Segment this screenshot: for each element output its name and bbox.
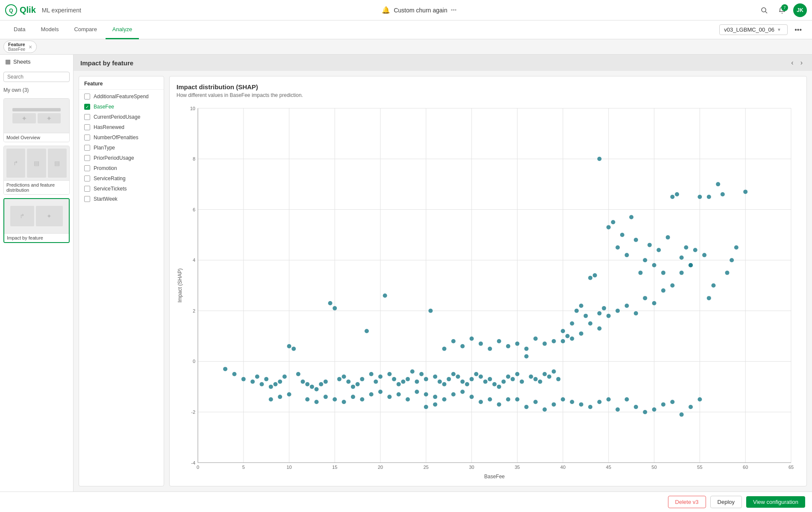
- scatter-dot: [497, 402, 501, 407]
- feature-item-promotion[interactable]: Promotion: [79, 163, 164, 173]
- scatter-dot: [282, 374, 287, 379]
- sheet-card-model-overview[interactable]: ✦ ✦ Model Overview: [3, 98, 70, 142]
- scatter-dot: [561, 339, 565, 343]
- scatter-dot: [620, 233, 624, 237]
- scatter-dot: [342, 374, 346, 379]
- scatter-dot: [360, 377, 364, 381]
- scatter-dot: [602, 306, 606, 310]
- model-select-dropdown[interactable]: v03_LGBMC_00_06 ▼: [719, 24, 788, 35]
- bottom-bar: Delete v3 Deploy View configuration: [0, 492, 812, 512]
- svg-text:5: 5: [242, 465, 245, 470]
- sidebar-search-input[interactable]: [3, 72, 70, 82]
- scatter-dot: [684, 246, 688, 250]
- scatter-dot: [524, 405, 529, 409]
- scatter-dot: [606, 314, 611, 318]
- feature-item-basefee[interactable]: ✓BaseFee: [79, 102, 164, 112]
- scatter-dot: [397, 382, 401, 386]
- scatter-dot: [351, 385, 355, 389]
- avatar[interactable]: JK: [793, 3, 807, 17]
- svg-text:50: 50: [652, 465, 657, 470]
- sheets-button[interactable]: ▦ Sheets: [0, 55, 73, 68]
- feature-checkbox: [84, 94, 90, 99]
- sheet-preview-predictions: ↱ ▤ ▤: [4, 146, 69, 180]
- impact-header: Impact by feature ‹ ›: [74, 55, 812, 71]
- feature-item-additionalfeaturespend[interactable]: AdditionalFeatureSpend: [79, 91, 164, 102]
- view-config-button[interactable]: View configuration: [746, 496, 805, 508]
- feature-checkbox: [84, 196, 90, 202]
- scatter-dot: [570, 321, 574, 325]
- sheet-card-impact[interactable]: ↱ ✦ Impact by feature: [3, 198, 70, 243]
- feature-item-currentperiodusage[interactable]: CurrentPeriodUsage: [79, 112, 164, 122]
- delete-button[interactable]: Delete v3: [668, 496, 706, 508]
- scatter-dot: [332, 397, 337, 401]
- scatter-dot: [264, 377, 268, 381]
- inner-content: Feature AdditionalFeatureSpend✓BaseFeeCu…: [74, 71, 812, 492]
- feature-item-numberofpenalties[interactable]: NumberOfPenalties: [79, 132, 164, 143]
- scatter-dot: [515, 397, 519, 401]
- scatter-dot: [652, 263, 656, 267]
- tab-analyze[interactable]: Analyze: [106, 20, 139, 39]
- feature-item-priorperiodusage[interactable]: PriorPeriodUsage: [79, 153, 164, 163]
- svg-text:-4: -4: [191, 460, 195, 465]
- tab-compare[interactable]: Compare: [67, 20, 103, 39]
- scatter-dot: [661, 271, 665, 275]
- feature-label: CurrentPeriodUsage: [94, 114, 140, 120]
- scatter-dot: [378, 374, 382, 379]
- navtabs: Data Models Compare Analyze v03_LGBMC_00…: [0, 20, 812, 39]
- scatter-dot: [524, 354, 529, 359]
- scatter-dot: [533, 400, 538, 404]
- more-options-icon[interactable]: •••: [451, 7, 457, 13]
- scatter-dot: [342, 400, 346, 404]
- notification-button[interactable]: 7: [775, 3, 789, 17]
- svg-text:Impact (SHAP): Impact (SHAP): [177, 268, 183, 302]
- search-button[interactable]: [757, 3, 771, 17]
- scatter-dot: [479, 342, 483, 346]
- scatter-dot: [269, 385, 273, 389]
- scatter-dot: [460, 390, 465, 394]
- scatter-dot: [250, 380, 255, 384]
- scatter-dot: [625, 304, 629, 308]
- feature-label: AdditionalFeatureSpend: [94, 94, 149, 99]
- scatter-dot: [488, 397, 492, 401]
- nav-prev-button[interactable]: ‹: [788, 58, 796, 67]
- feature-label: HasRenewed: [94, 124, 124, 130]
- scatter-dot: [460, 380, 465, 384]
- sheet-card-predictions[interactable]: ↱ ▤ ▤ Predictions and feature distributi…: [3, 146, 70, 195]
- scatter-dot: [629, 215, 633, 219]
- feature-item-servicetickets[interactable]: ServiceTickets: [79, 184, 164, 194]
- scatter-dot: [707, 296, 711, 300]
- scatter-dot: [606, 225, 611, 229]
- scatter-dot: [611, 220, 615, 224]
- tab-data[interactable]: Data: [7, 20, 32, 39]
- scatter-dot: [584, 314, 588, 318]
- scatter-dot: [652, 301, 656, 305]
- model-more-button[interactable]: •••: [791, 24, 805, 35]
- qlik-logo-icon: Q: [5, 4, 17, 16]
- scatter-dot: [643, 296, 647, 300]
- nav-next-button[interactable]: ›: [798, 58, 805, 67]
- svg-text:35: 35: [515, 465, 520, 470]
- deploy-button[interactable]: Deploy: [710, 496, 742, 508]
- svg-text:4: 4: [193, 257, 195, 263]
- feature-label: BaseFee: [94, 104, 114, 110]
- scatter-dot: [670, 195, 674, 199]
- scatter-dot: [291, 347, 296, 351]
- scatter-dot: [515, 372, 519, 376]
- close-chip-button[interactable]: ×: [28, 44, 33, 50]
- feature-label: StartWeek: [94, 196, 118, 202]
- feature-item-startweek[interactable]: StartWeek: [79, 194, 164, 204]
- scatter-dot: [415, 380, 419, 384]
- feature-item-plantype[interactable]: PlanType: [79, 143, 164, 153]
- scatter-dot: [442, 347, 447, 351]
- scatter-dot: [579, 304, 583, 308]
- feature-item-servicerating[interactable]: ServiceRating: [79, 173, 164, 184]
- scatter-dot: [287, 392, 291, 396]
- feature-item-hasrenewed[interactable]: HasRenewed: [79, 122, 164, 132]
- scatter-dot: [433, 402, 437, 407]
- scatter-dot: [734, 246, 738, 250]
- tab-models[interactable]: Models: [34, 20, 65, 39]
- scatter-dot: [643, 410, 647, 414]
- scatter-dot: [474, 372, 478, 376]
- sheet-card-model-overview-label: Model Overview: [4, 133, 69, 142]
- scatter-dot: [424, 392, 428, 396]
